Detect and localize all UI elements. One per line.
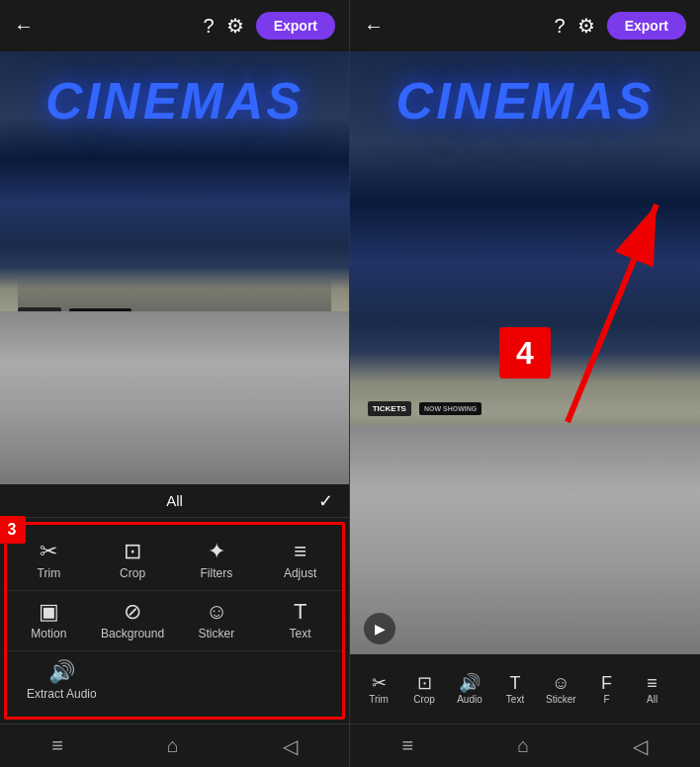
nav-menu-icon-right: ≡: [402, 734, 414, 757]
tool-all-right[interactable]: ≡ All: [630, 668, 675, 711]
left-panel: ← ? ⚙ Export CINEMAS TICKETS NOW SHOWING…: [0, 0, 350, 767]
phone-nav-left: ≡ ⌂ ◁: [0, 724, 349, 767]
tool-sticker[interactable]: ☺ Sticker: [175, 591, 259, 650]
cinemas-title-left: CINEMAS: [0, 71, 349, 130]
phone-nav-right: ≡ ⌂ ◁: [350, 724, 700, 767]
crop-label: Crop: [120, 566, 145, 580]
nav-back-icon-left: ◁: [283, 734, 298, 758]
bottom-toolbar-right: ✂ Trim ⊡ Crop 🔊 Audio T Text ☺ Sticker F…: [350, 654, 700, 724]
all-header: All ✓: [0, 484, 349, 518]
sticker-label: Sticker: [199, 627, 235, 640]
background-label: Background: [101, 627, 164, 640]
tool-f-right[interactable]: F F: [584, 668, 630, 711]
tool-motion[interactable]: ▣ Motion: [7, 591, 91, 650]
tool-audio-right[interactable]: 🔊 Audio: [447, 668, 492, 711]
back-button-left[interactable]: ←: [14, 15, 34, 38]
tool-sticker-right[interactable]: ☺ Sticker: [538, 668, 584, 711]
crop-label-right: Crop: [413, 694, 435, 705]
tool-grid-row1: ✂ Trim ⊡ Crop ✦ Filters ≡ Adjust: [7, 531, 342, 590]
filters-label: Filters: [201, 566, 233, 580]
now-showing-right: NOW SHOWING: [419, 402, 481, 415]
motion-label: Motion: [31, 627, 66, 640]
tickets-sign-right: TICKETS: [368, 401, 411, 416]
text-label-left: Text: [290, 627, 311, 640]
step4-badge: 4: [499, 327, 551, 379]
background-icon: ⊘: [124, 601, 141, 623]
adjust-label: Adjust: [284, 566, 316, 580]
top-bar-left: ← ? ⚙ Export: [0, 0, 349, 51]
nav-home-icon-right: ⌂: [517, 734, 529, 757]
trim-icon: ✂: [40, 541, 57, 562]
nav-menu-icon-left: ≡: [51, 734, 63, 757]
extract-audio-icon: 🔊: [48, 661, 75, 683]
settings-icon-right[interactable]: ⚙: [577, 14, 595, 38]
settings-icon-left[interactable]: ⚙: [226, 14, 244, 38]
video-background-left: CINEMAS TICKETS NOW SHOWING: [0, 51, 349, 484]
tool-extract-audio[interactable]: 🔊 Extract Audio: [15, 651, 109, 711]
video-preview-right: CINEMAS TICKETS NOW SHOWING 4 ▶: [350, 51, 700, 654]
help-icon-left[interactable]: ?: [204, 15, 215, 38]
video-interior-left: [0, 311, 349, 484]
tool-grid-wrapper: ✂ Trim ⊡ Crop ✦ Filters ≡ Adjust: [4, 522, 345, 720]
audio-label-right: Audio: [457, 694, 482, 705]
cinemas-title-right: CINEMAS: [350, 71, 700, 130]
tool-background[interactable]: ⊘ Background: [91, 591, 175, 650]
crop-icon: ⊡: [124, 541, 141, 562]
f-label-right: F: [604, 694, 610, 705]
video-preview-left: CINEMAS TICKETS NOW SHOWING: [0, 51, 349, 484]
sticker-icon-right: ☺: [552, 674, 569, 692]
motion-icon: ▣: [39, 601, 59, 623]
tool-grid-row3: 🔊 Extract Audio: [7, 650, 342, 711]
tool-filters[interactable]: ✦ Filters: [175, 531, 259, 590]
tool-text-left[interactable]: T Text: [258, 591, 342, 650]
sticker-label-right: Sticker: [546, 694, 576, 705]
top-bar-right: ← ? ⚙ Export: [350, 0, 700, 51]
text-label-right: Text: [506, 694, 524, 705]
text-icon-right: T: [510, 674, 521, 692]
video-interior-right: [350, 425, 700, 654]
extract-audio-label: Extract Audio: [27, 687, 97, 701]
trim-label: Trim: [38, 566, 61, 580]
tool-grid-row2: ▣ Motion ⊘ Background ☺ Sticker T Text: [7, 590, 342, 650]
back-button-right[interactable]: ←: [364, 15, 384, 38]
nav-back-icon-right: ◁: [633, 734, 648, 758]
audio-icon-right: 🔊: [459, 674, 481, 692]
nav-home-icon-left: ⌂: [167, 734, 179, 757]
step3-container: 3 ✂ Trim ⊡ Crop ✦ Filters ≡ Adjust: [0, 518, 349, 724]
play-button[interactable]: ▶: [364, 613, 395, 644]
text-icon-left: T: [294, 601, 306, 623]
tool-adjust[interactable]: ≡ Adjust: [258, 531, 342, 590]
help-icon-right[interactable]: ?: [555, 15, 566, 38]
all-icon-right: ≡: [647, 674, 657, 692]
adjust-icon: ≡: [294, 541, 306, 562]
right-panel: ← ? ⚙ Export CINEMAS TICKETS NOW SHOWING…: [350, 0, 700, 767]
step3-badge: 3: [0, 516, 26, 544]
all-header-check[interactable]: ✓: [318, 490, 333, 512]
crop-icon-right: ⊡: [417, 674, 432, 692]
sticker-icon: ☺: [206, 601, 227, 623]
export-button-left[interactable]: Export: [256, 12, 335, 40]
tool-crop-right[interactable]: ⊡ Crop: [401, 668, 447, 711]
tool-trim-right[interactable]: ✂ Trim: [356, 668, 401, 711]
filters-icon: ✦: [208, 541, 225, 562]
tool-text-right[interactable]: T Text: [492, 668, 538, 711]
play-btn-area: ▶: [364, 613, 395, 644]
trim-icon-right: ✂: [372, 674, 387, 692]
trim-label-right: Trim: [369, 694, 389, 705]
export-button-right[interactable]: Export: [607, 12, 686, 40]
all-header-title: All: [166, 492, 183, 509]
tool-crop[interactable]: ⊡ Crop: [91, 531, 175, 590]
f-icon-right: F: [601, 674, 612, 692]
all-label-right: All: [647, 694, 657, 705]
